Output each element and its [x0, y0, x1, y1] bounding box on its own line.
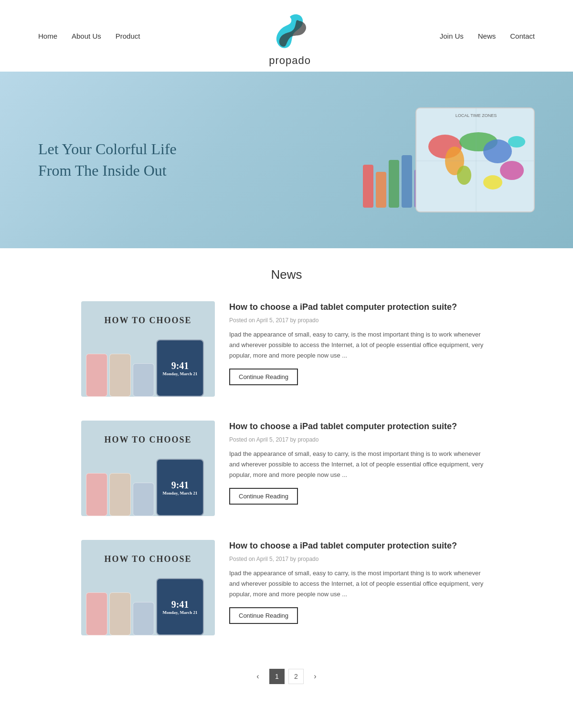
world-map-svg: LOCAL TIME ZONES	[416, 108, 535, 212]
product-image: LOCAL TIME ZONES	[415, 107, 535, 212]
article-2-image: HOW TO CHOOSE 9:41 Monday, March 21	[81, 421, 215, 516]
article-1-excerpt: Ipad the appearance of small, easy to ca…	[229, 329, 492, 361]
article-2-title: How to choose a iPad tablet computer pro…	[229, 421, 492, 433]
nav-news[interactable]: News	[478, 32, 496, 40]
article-1-how-text: HOW TO CHOOSE	[81, 316, 215, 326]
article-3-phones: 9:41 Monday, March 21	[81, 573, 215, 635]
phone-time-3: 9:41	[171, 599, 189, 610]
hero-section: Let Your Colorful Life From The Inside O…	[0, 72, 573, 248]
article-1-phones: 9:41 Monday, March 21	[81, 335, 215, 397]
nav-right: Join Us News Contact	[440, 32, 535, 40]
article-3-title: How to choose a iPad tablet computer pro…	[229, 540, 492, 552]
article-1-content: How to choose a iPad tablet computer pro…	[229, 301, 492, 385]
article-3-how-text: HOW TO CHOOSE	[81, 554, 215, 564]
nav-product[interactable]: Product	[116, 32, 140, 40]
article-1-title: How to choose a iPad tablet computer pro…	[229, 301, 492, 313]
nav-joinus[interactable]: Join Us	[440, 32, 464, 40]
pagination-page-2[interactable]: 2	[288, 669, 304, 684]
logo-text: propado	[269, 54, 311, 67]
svg-point-7	[483, 175, 502, 190]
hero-text: Let Your Colorful Life From The Inside O…	[38, 138, 286, 181]
article-1-image: HOW TO CHOOSE 9:41 Monday, March 21	[81, 301, 215, 397]
svg-text:LOCAL TIME ZONES: LOCAL TIME ZONES	[456, 113, 497, 118]
article-2-content: How to choose a iPad tablet computer pro…	[229, 421, 492, 505]
article-3-content: How to choose a iPad tablet computer pro…	[229, 540, 492, 624]
logo-icon	[268, 10, 311, 53]
article-1-continue-btn[interactable]: Continue Reading	[229, 369, 298, 385]
hero-image: LOCAL TIME ZONES	[286, 98, 535, 222]
nav-home[interactable]: Home	[38, 32, 57, 40]
nav-contact[interactable]: Contact	[510, 32, 535, 40]
phone-time: 9:41	[171, 360, 189, 371]
article-1-meta: Posted on April 5, 2017 by propado	[229, 317, 492, 324]
main-nav: Home About Us Product propado Join Us Ne…	[0, 0, 573, 72]
svg-rect-0	[416, 108, 535, 212]
phone-date: Monday, March 21	[162, 371, 197, 376]
article-2-meta: Posted on April 5, 2017 by propado	[229, 436, 492, 443]
svg-point-8	[508, 136, 525, 148]
article-3-excerpt: Ipad the appearance of small, easy to ca…	[229, 568, 492, 600]
pagination-next[interactable]: ›	[308, 669, 323, 684]
article-2-continue-btn[interactable]: Continue Reading	[229, 488, 298, 505]
article-2-phones: 9:41 Monday, March 21	[81, 454, 215, 516]
article-1: HOW TO CHOOSE 9:41 Monday, March 21 How …	[81, 301, 492, 397]
article-3-meta: Posted on April 5, 2017 by propado	[229, 556, 492, 562]
svg-point-5	[500, 161, 524, 180]
phone-date-3: Monday, March 21	[162, 610, 197, 615]
phone-time-2: 9:41	[171, 480, 189, 491]
nav-about[interactable]: About Us	[72, 32, 101, 40]
article-3-continue-btn[interactable]: Continue Reading	[229, 607, 298, 624]
logo: propado	[268, 0, 311, 72]
pagination: ‹ 1 2 ›	[81, 659, 492, 703]
article-3-image: HOW TO CHOOSE 9:41 Monday, March 21	[81, 540, 215, 635]
pagination-page-1[interactable]: 1	[269, 669, 285, 684]
hero-heading: Let Your Colorful Life From The Inside O…	[38, 138, 286, 181]
main-content: News HOW TO CHOOSE 9:41 Monday, March 21…	[72, 248, 501, 728]
nav-left: Home About Us Product	[38, 32, 140, 40]
pagination-prev[interactable]: ‹	[250, 669, 265, 684]
phone-date-2: Monday, March 21	[162, 491, 197, 496]
article-2: HOW TO CHOOSE 9:41 Monday, March 21 How …	[81, 421, 492, 516]
svg-point-4	[483, 139, 512, 163]
svg-point-6	[457, 166, 471, 185]
article-2-excerpt: Ipad the appearance of small, easy to ca…	[229, 449, 492, 480]
article-2-how-text: HOW TO CHOOSE	[81, 435, 215, 445]
news-section-title: News	[81, 267, 492, 282]
article-3: HOW TO CHOOSE 9:41 Monday, March 21 How …	[81, 540, 492, 635]
